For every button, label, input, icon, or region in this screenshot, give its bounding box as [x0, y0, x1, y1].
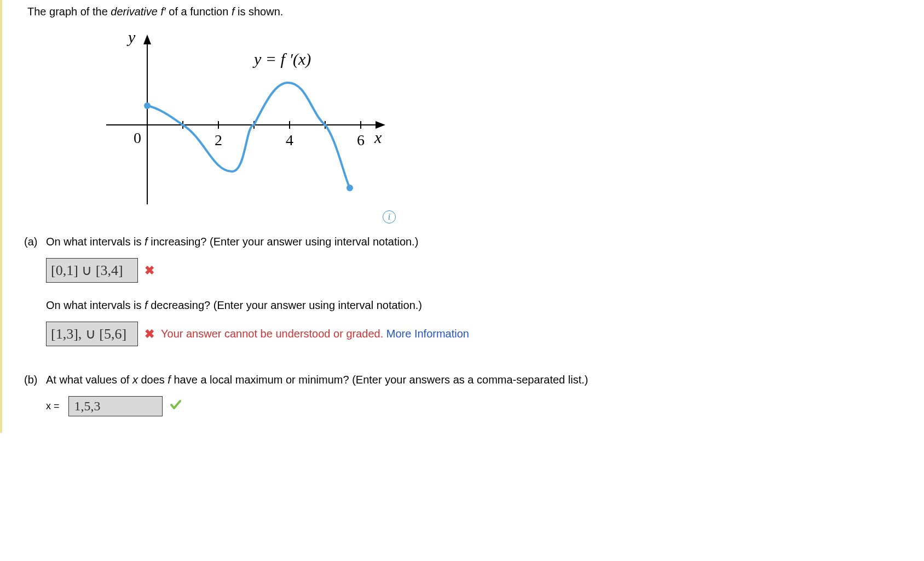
answer-input-a2[interactable]: [1,3], ∪ [5,6] [46, 322, 138, 346]
more-information-link[interactable]: More Information [386, 328, 469, 340]
correct-icon [169, 398, 182, 414]
part-a: (a) On what intervals is f increasing? (… [24, 236, 902, 346]
part-a-label: (a) [24, 236, 46, 346]
curve-label: y = f ′(x) [252, 50, 311, 68]
question-container: The graph of the derivative f′ of a func… [0, 0, 924, 433]
answer-input-b[interactable]: 1,5,3 [68, 396, 163, 416]
wrong-icon: ✖ [145, 264, 154, 278]
info-icon[interactable]: i [383, 210, 396, 224]
graph-svg: y x y = f ′(x) 0 2 4 6 [95, 24, 402, 210]
endpoint-left [144, 102, 151, 109]
part-b-label: (b) [24, 374, 46, 416]
part-b-question: At what values of x does f have a local … [46, 374, 902, 386]
part-b: (b) At what values of x does f have a lo… [24, 374, 902, 416]
answer-input-a1[interactable]: [0,1] ∪ [3,4] [46, 258, 138, 283]
svg-marker-1 [143, 35, 151, 44]
graph: y x y = f ′(x) 0 2 4 6 i [95, 24, 902, 224]
endpoint-right [347, 185, 353, 191]
axis-x-label: x [374, 128, 382, 146]
tick-2: 2 [215, 131, 222, 148]
axis-y-label: y [126, 28, 136, 46]
tick-6: 6 [357, 131, 365, 148]
part-a-question2: On what intervals is f decreasing? (Ente… [46, 299, 902, 312]
svg-marker-3 [376, 121, 385, 129]
intro-text: The graph of the derivative f′ of a func… [24, 5, 902, 18]
wrong-icon: ✖ [145, 327, 154, 341]
intro-derivative: derivative f′ [111, 5, 165, 18]
tick-0: 0 [134, 129, 141, 146]
feedback-text: Your answer cannot be understood or grad… [161, 328, 469, 340]
x-equals-prefix: x = [46, 400, 60, 412]
part-a-question1: On what intervals is f increasing? (Ente… [46, 236, 902, 248]
tick-4: 4 [286, 131, 293, 148]
